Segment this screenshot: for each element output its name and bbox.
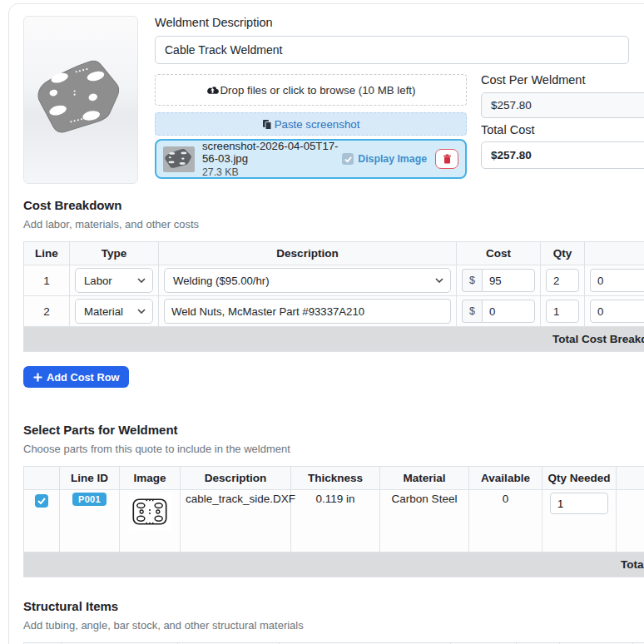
chevron-down-icon	[435, 278, 443, 283]
part-qty-needed-input[interactable]	[550, 493, 608, 514]
part-thickness: 0.119 in	[291, 490, 380, 552]
type-select-value: Labor	[84, 275, 112, 287]
cost-total-row: Total Cost Breakdown:	[24, 327, 644, 352]
trash-icon	[443, 154, 452, 164]
weldment-image-preview	[23, 16, 138, 184]
part-select-checkbox[interactable]	[35, 494, 48, 508]
part-drawing-image	[129, 493, 171, 531]
col-qty: Qty	[541, 242, 585, 265]
chevron-down-icon	[137, 309, 146, 314]
select-parts-subtitle: Choose parts from this quote to include …	[23, 443, 644, 455]
col-type: Type	[70, 242, 159, 265]
structural-items-title: Structural Items	[23, 599, 644, 613]
parts-total-label: Total Parts Cost:	[24, 552, 644, 577]
part-row: P001	[24, 490, 644, 552]
col-available: Available	[469, 467, 542, 490]
col-description: Description	[159, 242, 457, 265]
structural-items-subtitle: Add tubing, angle, bar stock, and other …	[23, 619, 644, 632]
cost-breakdown-section: Cost Breakdown Add labor, materials, and…	[23, 198, 644, 388]
currency-addon: $	[462, 269, 482, 292]
cloud-upload-icon	[206, 85, 219, 95]
col-thickness: Thickness	[291, 467, 380, 490]
add-cost-row-label: Add Cost Row	[47, 371, 119, 384]
paste-icon	[262, 119, 272, 130]
line-number: 2	[24, 296, 70, 327]
description-select[interactable]: Welding ($95.00/hr)	[164, 268, 451, 293]
delete-file-button[interactable]	[435, 149, 458, 169]
cost-breakdown-table: Line Type Description Cost Qty Markup 1 …	[23, 241, 644, 352]
uploaded-file-card: screenshot-2026-04-05T17-56-03.jpg 27.3 …	[155, 139, 467, 179]
cost-row: 1 Labor Welding ($95.00/hr) $	[24, 265, 644, 296]
total-cost-input[interactable]	[481, 141, 644, 169]
paste-button-label: Paste screenshot	[275, 118, 360, 131]
dropzone-label: Drop files or click to browse (10 MB lef…	[220, 84, 416, 97]
cost-input[interactable]	[482, 269, 535, 292]
cad-part-image	[32, 52, 129, 148]
display-image-label: Display Image	[358, 153, 427, 165]
check-icon	[37, 498, 46, 504]
check-icon	[344, 156, 352, 163]
paste-screenshot-button[interactable]: Paste screenshot	[155, 112, 467, 136]
part-material: Carbon Steel	[380, 490, 469, 552]
file-size: 27.3 KB	[202, 166, 342, 178]
qty-input[interactable]	[546, 300, 579, 323]
cost-per-weldment-label: Cost Per Weldment	[481, 73, 585, 87]
col-markup: Markup	[585, 242, 644, 265]
parts-total-row: Total Parts Cost:	[24, 552, 644, 577]
description-input[interactable]	[164, 299, 451, 324]
col-select	[24, 467, 60, 490]
type-select[interactable]: Labor	[75, 268, 153, 293]
description-select-value: Welding ($95.00/hr)	[173, 275, 270, 287]
chevron-down-icon	[137, 278, 146, 283]
line-number: 1	[24, 265, 70, 296]
cost-total-label: Total Cost Breakdown:	[24, 327, 644, 352]
file-name: screenshot-2026-04-05T17-56-03.jpg	[202, 140, 342, 165]
select-parts-title: Select Parts for Weldment	[23, 423, 644, 437]
cost-breakdown-title: Cost Breakdown	[23, 198, 644, 212]
weldment-panel: Weldment Description Drop files or click…	[8, 3, 644, 644]
col-image: Image	[120, 467, 181, 490]
markup-input[interactable]	[590, 269, 644, 292]
weldment-header-section: Weldment Description Drop files or click…	[23, 11, 644, 189]
part-price	[617, 490, 644, 552]
col-qty-needed: Qty Needed	[542, 467, 617, 490]
file-thumbnail	[163, 146, 195, 172]
cost-breakdown-subtitle: Add labor, materials, and other costs	[23, 218, 644, 230]
part-available: 0	[469, 490, 542, 552]
col-cost: Cost	[457, 242, 541, 265]
qty-input[interactable]	[546, 269, 579, 292]
parts-table: Line ID Image Description Thickness Mate…	[23, 466, 644, 577]
weldment-description-label: Weldment Description	[155, 16, 273, 29]
markup-input[interactable]	[590, 300, 644, 323]
currency-addon: $	[462, 300, 482, 323]
type-select-value: Material	[84, 305, 123, 318]
part-description: cable_track_side.DXF	[181, 490, 291, 552]
parts-table-header-row: Line ID Image Description Thickness Mate…	[24, 467, 644, 490]
select-parts-section: Select Parts for Weldment Choose parts f…	[23, 423, 644, 577]
plus-icon	[33, 373, 42, 382]
col-material: Material	[380, 467, 469, 490]
file-meta: screenshot-2026-04-05T17-56-03.jpg 27.3 …	[202, 140, 342, 178]
col-price: Price	[617, 467, 644, 490]
weldment-description-input[interactable]	[155, 36, 629, 64]
col-part-description: Description	[181, 467, 291, 490]
total-cost-label: Total Cost	[481, 123, 534, 136]
structural-items-section: Structural Items Add tubing, angle, bar …	[23, 599, 644, 644]
part-line-id-badge: P001	[72, 493, 107, 506]
file-dropzone[interactable]: Drop files or click to browse (10 MB lef…	[155, 74, 467, 106]
type-select[interactable]: Material	[75, 299, 153, 324]
cost-row: 2 Material $	[24, 296, 644, 327]
display-image-checkbox[interactable]	[342, 153, 354, 165]
col-line: Line	[24, 242, 70, 265]
col-line-id: Line ID	[60, 467, 120, 490]
cost-table-header-row: Line Type Description Cost Qty Markup	[24, 242, 644, 265]
cost-per-weldment-input[interactable]	[481, 92, 644, 118]
cost-input[interactable]	[482, 300, 535, 323]
add-cost-row-button[interactable]: Add Cost Row	[23, 366, 129, 388]
